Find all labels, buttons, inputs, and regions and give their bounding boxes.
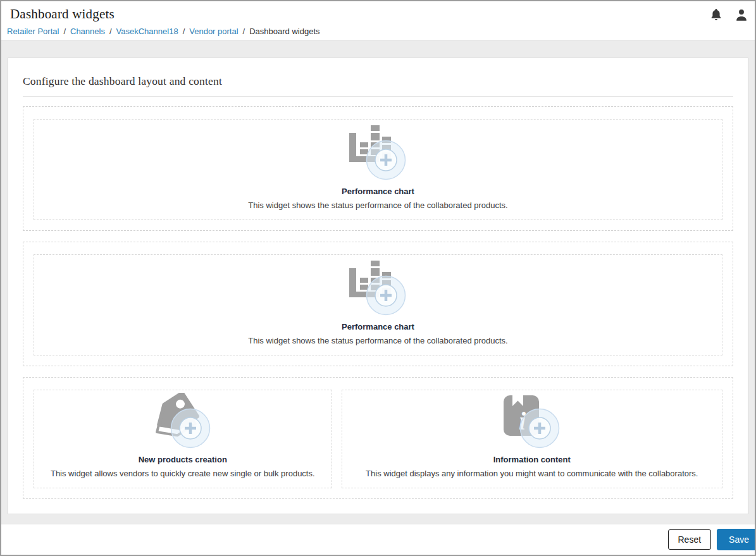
widget-performance-chart[interactable]: Performance chart This widget shows the …	[34, 254, 722, 355]
add-widget-plus-icon[interactable]	[170, 408, 211, 448]
breadcrumb: Retailer Portal / Channels / VasekChanne…	[7, 27, 746, 36]
save-button[interactable]: Save	[717, 529, 756, 550]
add-widget-plus-icon[interactable]	[366, 140, 406, 180]
widget-dropzone-row-2[interactable]: Performance chart This widget shows the …	[23, 242, 733, 366]
widget-information-content[interactable]: i Information content This widget displa…	[342, 390, 722, 488]
add-widget-plus-icon[interactable]	[366, 275, 406, 316]
action-bar: Reset Save	[1, 524, 755, 555]
bell-icon[interactable]	[709, 7, 723, 23]
widget-icon-block	[349, 125, 408, 182]
heading-divider	[23, 96, 733, 97]
widget-icon-block: i	[502, 393, 562, 450]
panel-heading: Configure the dashboard layout and conte…	[23, 75, 733, 88]
widget-description: This widget shows the status performance…	[248, 336, 507, 345]
breadcrumb-link-vendor-portal[interactable]: Vendor portal	[189, 27, 238, 36]
widget-icon-block	[349, 260, 408, 317]
breadcrumb-separator: /	[243, 27, 245, 36]
top-header: Dashboard widgets Retailer Portal / Chan…	[1, 1, 755, 40]
widget-dropzone-row-3[interactable]: New products creation This widget allows…	[23, 377, 733, 499]
add-widget-plus-icon[interactable]	[519, 408, 560, 448]
breadcrumb-link-retailer-portal[interactable]: Retailer Portal	[7, 27, 59, 36]
widget-dropzone-row-1[interactable]: Performance chart This widget shows the …	[23, 106, 733, 231]
widget-description: This widget shows the status performance…	[248, 201, 507, 210]
widget-title: Information content	[493, 455, 571, 464]
widget-description: This widget displays any information you…	[366, 469, 698, 478]
widget-new-products-creation[interactable]: New products creation This widget allows…	[34, 390, 332, 488]
widget-performance-chart[interactable]: Performance chart This widget shows the …	[34, 119, 722, 220]
breadcrumb-current-page: Dashboard widgets	[249, 27, 319, 36]
widget-title: Performance chart	[342, 322, 414, 331]
widget-title: New products creation	[139, 455, 227, 464]
breadcrumb-link-channels[interactable]: Channels	[70, 27, 105, 36]
widget-icon-block	[153, 393, 213, 450]
widget-title: Performance chart	[342, 187, 414, 196]
breadcrumb-separator: /	[183, 27, 185, 36]
person-icon[interactable]	[734, 8, 748, 23]
reset-button[interactable]: Reset	[668, 529, 712, 550]
widget-description: This widget allows vendors to quickly cr…	[51, 469, 315, 478]
dashboard-config-panel: Configure the dashboard layout and conte…	[8, 58, 748, 514]
page-title: Dashboard widgets	[10, 6, 746, 22]
breadcrumb-separator: /	[63, 27, 66, 36]
breadcrumb-link-vasekchannel18[interactable]: VasekChannel18	[116, 27, 178, 36]
breadcrumb-separator: /	[109, 27, 112, 36]
